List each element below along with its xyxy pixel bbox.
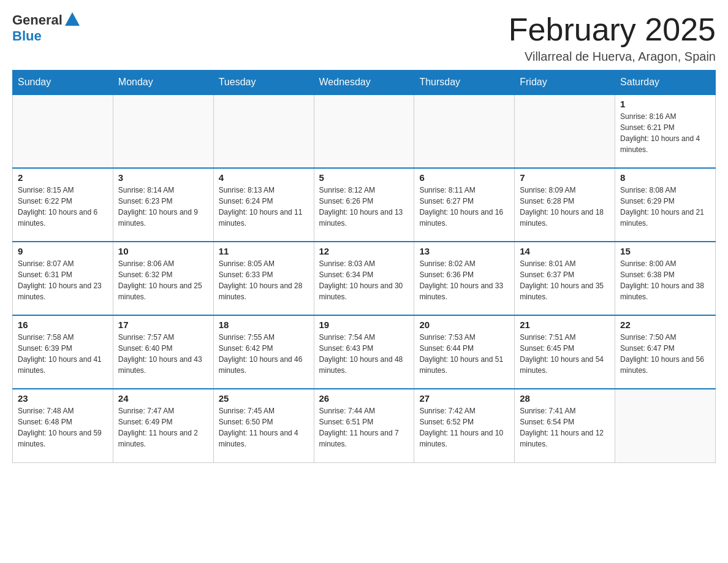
day-cell	[213, 94, 314, 168]
day-number: 9	[18, 246, 108, 256]
day-number: 24	[118, 393, 208, 404]
day-info: Sunrise: 7:55 AMSunset: 6:42 PMDaylight:…	[219, 332, 309, 376]
title-section: February 2025 Villarreal de Huerva, Arag…	[509, 12, 716, 64]
day-info: Sunrise: 7:48 AMSunset: 6:48 PMDaylight:…	[18, 405, 108, 450]
logo-general-text: General	[12, 12, 63, 28]
day-cell: 10Sunrise: 8:06 AMSunset: 6:32 PMDayligh…	[113, 242, 213, 315]
day-info: Sunrise: 7:54 AMSunset: 6:43 PMDaylight:…	[319, 332, 409, 376]
day-cell: 15Sunrise: 8:00 AMSunset: 6:38 PMDayligh…	[615, 242, 716, 315]
calendar-table: SundayMondayTuesdayWednesdayThursdayFrid…	[12, 70, 716, 463]
week-row-2: 2Sunrise: 8:15 AMSunset: 6:22 PMDaylight…	[13, 168, 716, 242]
day-info: Sunrise: 8:11 AMSunset: 6:27 PMDaylight:…	[419, 185, 509, 229]
day-info: Sunrise: 8:05 AMSunset: 6:33 PMDaylight:…	[219, 258, 309, 302]
day-info: Sunrise: 7:41 AMSunset: 6:54 PMDaylight:…	[520, 405, 610, 450]
day-number: 2	[18, 172, 108, 183]
day-number: 4	[219, 172, 309, 183]
day-number: 28	[520, 393, 610, 404]
day-cell: 2Sunrise: 8:15 AMSunset: 6:22 PMDaylight…	[13, 168, 113, 242]
day-info: Sunrise: 8:07 AMSunset: 6:31 PMDaylight:…	[18, 258, 108, 302]
day-number: 8	[620, 172, 710, 183]
week-row-1: 1Sunrise: 8:16 AMSunset: 6:21 PMDaylight…	[13, 94, 716, 168]
day-info: Sunrise: 7:42 AMSunset: 6:52 PMDaylight:…	[419, 405, 509, 450]
day-info: Sunrise: 8:16 AMSunset: 6:21 PMDaylight:…	[620, 111, 710, 155]
day-cell: 23Sunrise: 7:48 AMSunset: 6:48 PMDayligh…	[13, 389, 113, 462]
day-info: Sunrise: 8:13 AMSunset: 6:24 PMDaylight:…	[219, 185, 309, 229]
weekday-saturday: Saturday	[615, 71, 716, 95]
day-info: Sunrise: 8:01 AMSunset: 6:37 PMDaylight:…	[520, 258, 610, 302]
day-cell: 22Sunrise: 7:50 AMSunset: 6:47 PMDayligh…	[615, 315, 716, 389]
day-number: 16	[18, 320, 108, 330]
day-cell: 20Sunrise: 7:53 AMSunset: 6:44 PMDayligh…	[414, 315, 515, 389]
logo-blue-text: Blue	[12, 28, 42, 44]
day-number: 10	[118, 246, 208, 256]
day-cell	[314, 94, 414, 168]
weekday-monday: Monday	[113, 71, 213, 95]
day-info: Sunrise: 7:58 AMSunset: 6:39 PMDaylight:…	[18, 332, 108, 376]
day-number: 13	[419, 246, 509, 256]
day-cell: 24Sunrise: 7:47 AMSunset: 6:49 PMDayligh…	[113, 389, 213, 462]
day-cell	[113, 94, 213, 168]
day-info: Sunrise: 7:57 AMSunset: 6:40 PMDaylight:…	[118, 332, 208, 376]
day-info: Sunrise: 8:03 AMSunset: 6:34 PMDaylight:…	[319, 258, 409, 302]
day-cell: 3Sunrise: 8:14 AMSunset: 6:23 PMDaylight…	[113, 168, 213, 242]
day-number: 19	[319, 320, 409, 330]
day-info: Sunrise: 7:47 AMSunset: 6:49 PMDaylight:…	[118, 405, 208, 450]
day-cell: 12Sunrise: 8:03 AMSunset: 6:34 PMDayligh…	[314, 242, 414, 315]
day-info: Sunrise: 8:08 AMSunset: 6:29 PMDaylight:…	[620, 185, 710, 229]
day-info: Sunrise: 7:53 AMSunset: 6:44 PMDaylight:…	[419, 332, 509, 376]
day-cell: 21Sunrise: 7:51 AMSunset: 6:45 PMDayligh…	[515, 315, 615, 389]
day-number: 26	[319, 393, 409, 404]
day-number: 1	[620, 99, 710, 109]
day-cell	[615, 389, 716, 462]
weekday-header-row: SundayMondayTuesdayWednesdayThursdayFrid…	[13, 71, 716, 95]
day-cell: 25Sunrise: 7:45 AMSunset: 6:50 PMDayligh…	[213, 389, 314, 462]
week-row-4: 16Sunrise: 7:58 AMSunset: 6:39 PMDayligh…	[13, 315, 716, 389]
day-cell	[515, 94, 615, 168]
day-info: Sunrise: 7:45 AMSunset: 6:50 PMDaylight:…	[219, 405, 309, 450]
day-number: 6	[419, 172, 509, 183]
page-header: General Blue February 2025 Villarreal de…	[12, 12, 716, 64]
day-cell: 14Sunrise: 8:01 AMSunset: 6:37 PMDayligh…	[515, 242, 615, 315]
day-number: 15	[620, 246, 710, 256]
day-number: 27	[419, 393, 509, 404]
day-cell: 17Sunrise: 7:57 AMSunset: 6:40 PMDayligh…	[113, 315, 213, 389]
day-cell: 16Sunrise: 7:58 AMSunset: 6:39 PMDayligh…	[13, 315, 113, 389]
day-number: 12	[319, 246, 409, 256]
day-number: 3	[118, 172, 208, 183]
day-number: 25	[219, 393, 309, 404]
day-number: 11	[219, 246, 309, 256]
day-info: Sunrise: 8:00 AMSunset: 6:38 PMDaylight:…	[620, 258, 710, 302]
location: Villarreal de Huerva, Aragon, Spain	[509, 50, 716, 64]
day-cell: 27Sunrise: 7:42 AMSunset: 6:52 PMDayligh…	[414, 389, 515, 462]
day-info: Sunrise: 8:15 AMSunset: 6:22 PMDaylight:…	[18, 185, 108, 229]
day-number: 14	[520, 246, 610, 256]
weekday-sunday: Sunday	[13, 71, 113, 95]
day-cell: 7Sunrise: 8:09 AMSunset: 6:28 PMDaylight…	[515, 168, 615, 242]
weekday-friday: Friday	[515, 71, 615, 95]
day-info: Sunrise: 7:44 AMSunset: 6:51 PMDaylight:…	[319, 405, 409, 450]
day-info: Sunrise: 8:14 AMSunset: 6:23 PMDaylight:…	[118, 185, 208, 229]
day-number: 7	[520, 172, 610, 183]
day-cell: 28Sunrise: 7:41 AMSunset: 6:54 PMDayligh…	[515, 389, 615, 462]
day-info: Sunrise: 8:09 AMSunset: 6:28 PMDaylight:…	[520, 185, 610, 229]
day-number: 23	[18, 393, 108, 404]
day-info: Sunrise: 8:02 AMSunset: 6:36 PMDaylight:…	[419, 258, 509, 302]
week-row-5: 23Sunrise: 7:48 AMSunset: 6:48 PMDayligh…	[13, 389, 716, 462]
day-cell: 18Sunrise: 7:55 AMSunset: 6:42 PMDayligh…	[213, 315, 314, 389]
day-info: Sunrise: 7:50 AMSunset: 6:47 PMDaylight:…	[620, 332, 710, 376]
day-number: 17	[118, 320, 208, 330]
day-cell: 5Sunrise: 8:12 AMSunset: 6:26 PMDaylight…	[314, 168, 414, 242]
day-cell	[13, 94, 113, 168]
weekday-wednesday: Wednesday	[314, 71, 414, 95]
day-number: 5	[319, 172, 409, 183]
logo-triangle-icon	[65, 12, 80, 26]
day-cell: 11Sunrise: 8:05 AMSunset: 6:33 PMDayligh…	[213, 242, 314, 315]
day-cell: 26Sunrise: 7:44 AMSunset: 6:51 PMDayligh…	[314, 389, 414, 462]
day-number: 20	[419, 320, 509, 330]
day-cell: 19Sunrise: 7:54 AMSunset: 6:43 PMDayligh…	[314, 315, 414, 389]
week-row-3: 9Sunrise: 8:07 AMSunset: 6:31 PMDaylight…	[13, 242, 716, 315]
day-cell: 1Sunrise: 8:16 AMSunset: 6:21 PMDaylight…	[615, 94, 716, 168]
day-number: 18	[219, 320, 309, 330]
day-info: Sunrise: 7:51 AMSunset: 6:45 PMDaylight:…	[520, 332, 610, 376]
day-cell: 6Sunrise: 8:11 AMSunset: 6:27 PMDaylight…	[414, 168, 515, 242]
